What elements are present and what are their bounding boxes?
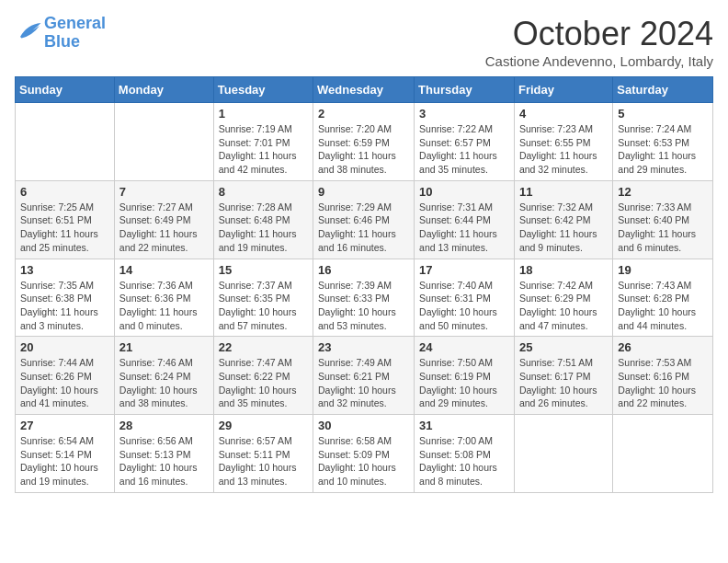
day-number: 30 xyxy=(318,419,409,432)
day-info: Sunrise: 7:24 AM Sunset: 6:53 PM Dayligh… xyxy=(618,122,708,177)
day-number: 13 xyxy=(20,263,109,277)
calendar-cell: 19Sunrise: 7:43 AM Sunset: 6:28 PM Dayli… xyxy=(613,259,713,337)
day-info: Sunrise: 6:56 AM Sunset: 5:13 PM Dayligh… xyxy=(119,434,209,488)
day-info: Sunrise: 7:29 AM Sunset: 6:46 PM Dayligh… xyxy=(318,201,409,255)
day-number: 16 xyxy=(318,263,409,277)
calendar-cell: 29Sunrise: 6:57 AM Sunset: 5:11 PM Dayli… xyxy=(213,415,313,493)
day-info: Sunrise: 7:32 AM Sunset: 6:42 PM Dayligh… xyxy=(519,201,608,255)
calendar-cell: 27Sunrise: 6:54 AM Sunset: 5:14 PM Dayli… xyxy=(16,415,115,493)
day-info: Sunrise: 7:33 AM Sunset: 6:40 PM Dayligh… xyxy=(618,201,708,255)
calendar-cell: 14Sunrise: 7:36 AM Sunset: 6:36 PM Dayli… xyxy=(114,259,213,337)
calendar-cell: 4Sunrise: 7:23 AM Sunset: 6:55 PM Daylig… xyxy=(514,103,612,181)
day-number: 4 xyxy=(519,107,608,121)
calendar-week-row: 13Sunrise: 7:35 AM Sunset: 6:38 PM Dayli… xyxy=(16,259,713,337)
day-number: 20 xyxy=(20,340,109,354)
day-number: 1 xyxy=(219,107,308,121)
calendar-cell: 22Sunrise: 7:47 AM Sunset: 6:22 PM Dayli… xyxy=(213,337,313,415)
page-header: General Blue October 2024 Castione Andev… xyxy=(15,15,713,69)
day-info: Sunrise: 6:54 AM Sunset: 5:14 PM Dayligh… xyxy=(20,434,109,488)
day-info: Sunrise: 7:43 AM Sunset: 6:28 PM Dayligh… xyxy=(618,279,708,333)
location-subtitle: Castione Andevenno, Lombardy, Italy xyxy=(485,53,713,69)
calendar-cell xyxy=(16,103,115,181)
calendar-header-saturday: Saturday xyxy=(613,77,713,103)
calendar-header-sunday: Sunday xyxy=(16,77,115,103)
calendar-cell: 9Sunrise: 7:29 AM Sunset: 6:46 PM Daylig… xyxy=(313,180,415,259)
day-info: Sunrise: 7:27 AM Sunset: 6:49 PM Dayligh… xyxy=(119,201,209,255)
calendar-cell: 1Sunrise: 7:19 AM Sunset: 7:01 PM Daylig… xyxy=(213,103,313,181)
day-number: 31 xyxy=(419,419,509,432)
calendar-cell xyxy=(613,415,713,493)
day-info: Sunrise: 7:20 AM Sunset: 6:59 PM Dayligh… xyxy=(318,122,409,177)
calendar-cell: 15Sunrise: 7:37 AM Sunset: 6:35 PM Dayli… xyxy=(213,259,313,337)
day-number: 12 xyxy=(618,185,708,199)
day-info: Sunrise: 7:49 AM Sunset: 6:21 PM Dayligh… xyxy=(318,356,409,410)
day-number: 29 xyxy=(219,419,308,432)
month-title: October 2024 xyxy=(485,15,713,53)
calendar-cell: 24Sunrise: 7:50 AM Sunset: 6:19 PM Dayli… xyxy=(415,337,515,415)
day-number: 27 xyxy=(20,419,109,432)
calendar-header-thursday: Thursday xyxy=(415,77,515,103)
calendar-cell: 23Sunrise: 7:49 AM Sunset: 6:21 PM Dayli… xyxy=(313,337,415,415)
calendar-header-row: SundayMondayTuesdayWednesdayThursdayFrid… xyxy=(16,77,713,103)
logo-bird-icon xyxy=(15,17,42,45)
calendar-cell xyxy=(514,415,612,493)
calendar-cell: 20Sunrise: 7:44 AM Sunset: 6:26 PM Dayli… xyxy=(16,337,115,415)
calendar-cell: 2Sunrise: 7:20 AM Sunset: 6:59 PM Daylig… xyxy=(313,103,415,181)
day-number: 7 xyxy=(119,185,209,199)
calendar-cell: 13Sunrise: 7:35 AM Sunset: 6:38 PM Dayli… xyxy=(16,259,115,337)
day-number: 3 xyxy=(419,107,509,121)
calendar-week-row: 20Sunrise: 7:44 AM Sunset: 6:26 PM Dayli… xyxy=(16,337,713,415)
day-number: 18 xyxy=(519,263,608,277)
day-info: Sunrise: 7:50 AM Sunset: 6:19 PM Dayligh… xyxy=(419,356,509,410)
calendar-header-friday: Friday xyxy=(514,77,612,103)
calendar-cell: 26Sunrise: 7:53 AM Sunset: 6:16 PM Dayli… xyxy=(613,337,713,415)
day-number: 11 xyxy=(519,185,608,199)
calendar-cell: 3Sunrise: 7:22 AM Sunset: 6:57 PM Daylig… xyxy=(415,103,515,181)
day-info: Sunrise: 7:42 AM Sunset: 6:29 PM Dayligh… xyxy=(519,279,608,333)
day-number: 2 xyxy=(318,107,409,121)
calendar-cell: 16Sunrise: 7:39 AM Sunset: 6:33 PM Dayli… xyxy=(313,259,415,337)
logo: General Blue xyxy=(15,15,106,52)
day-info: Sunrise: 7:00 AM Sunset: 5:08 PM Dayligh… xyxy=(419,434,509,488)
calendar-week-row: 1Sunrise: 7:19 AM Sunset: 7:01 PM Daylig… xyxy=(16,103,713,181)
calendar-cell: 6Sunrise: 7:25 AM Sunset: 6:51 PM Daylig… xyxy=(16,180,115,259)
calendar-cell: 12Sunrise: 7:33 AM Sunset: 6:40 PM Dayli… xyxy=(613,180,713,259)
day-number: 24 xyxy=(419,340,509,354)
calendar-week-row: 27Sunrise: 6:54 AM Sunset: 5:14 PM Dayli… xyxy=(16,415,713,493)
day-info: Sunrise: 7:47 AM Sunset: 6:22 PM Dayligh… xyxy=(219,356,308,410)
day-number: 28 xyxy=(119,419,209,432)
day-info: Sunrise: 7:46 AM Sunset: 6:24 PM Dayligh… xyxy=(119,356,209,410)
calendar-header-wednesday: Wednesday xyxy=(313,77,415,103)
title-block: October 2024 Castione Andevenno, Lombard… xyxy=(485,15,713,69)
day-number: 9 xyxy=(318,185,409,199)
calendar-cell xyxy=(114,103,213,181)
day-info: Sunrise: 7:44 AM Sunset: 6:26 PM Dayligh… xyxy=(20,356,109,410)
calendar-cell: 8Sunrise: 7:28 AM Sunset: 6:48 PM Daylig… xyxy=(213,180,313,259)
calendar-cell: 10Sunrise: 7:31 AM Sunset: 6:44 PM Dayli… xyxy=(415,180,515,259)
calendar-cell: 7Sunrise: 7:27 AM Sunset: 6:49 PM Daylig… xyxy=(114,180,213,259)
calendar-cell: 28Sunrise: 6:56 AM Sunset: 5:13 PM Dayli… xyxy=(114,415,213,493)
calendar-cell: 31Sunrise: 7:00 AM Sunset: 5:08 PM Dayli… xyxy=(415,415,515,493)
day-number: 19 xyxy=(618,263,708,277)
day-number: 25 xyxy=(519,340,608,354)
day-number: 17 xyxy=(419,263,509,277)
day-number: 15 xyxy=(219,263,308,277)
day-number: 8 xyxy=(219,185,308,199)
day-number: 21 xyxy=(119,340,209,354)
day-info: Sunrise: 6:57 AM Sunset: 5:11 PM Dayligh… xyxy=(219,434,308,488)
day-number: 26 xyxy=(618,340,708,354)
day-info: Sunrise: 7:35 AM Sunset: 6:38 PM Dayligh… xyxy=(20,279,109,333)
day-info: Sunrise: 7:23 AM Sunset: 6:55 PM Dayligh… xyxy=(519,122,608,177)
day-number: 23 xyxy=(318,340,409,354)
logo-text-line2: Blue xyxy=(44,33,106,52)
calendar-body: 1Sunrise: 7:19 AM Sunset: 7:01 PM Daylig… xyxy=(16,103,713,493)
day-number: 22 xyxy=(219,340,308,354)
day-number: 6 xyxy=(20,185,109,199)
calendar-week-row: 6Sunrise: 7:25 AM Sunset: 6:51 PM Daylig… xyxy=(16,180,713,259)
day-info: Sunrise: 7:28 AM Sunset: 6:48 PM Dayligh… xyxy=(219,201,308,255)
day-info: Sunrise: 7:51 AM Sunset: 6:17 PM Dayligh… xyxy=(519,356,608,410)
day-info: Sunrise: 7:36 AM Sunset: 6:36 PM Dayligh… xyxy=(119,279,209,333)
day-info: Sunrise: 7:39 AM Sunset: 6:33 PM Dayligh… xyxy=(318,279,409,333)
calendar-cell: 11Sunrise: 7:32 AM Sunset: 6:42 PM Dayli… xyxy=(514,180,612,259)
calendar-cell: 17Sunrise: 7:40 AM Sunset: 6:31 PM Dayli… xyxy=(415,259,515,337)
